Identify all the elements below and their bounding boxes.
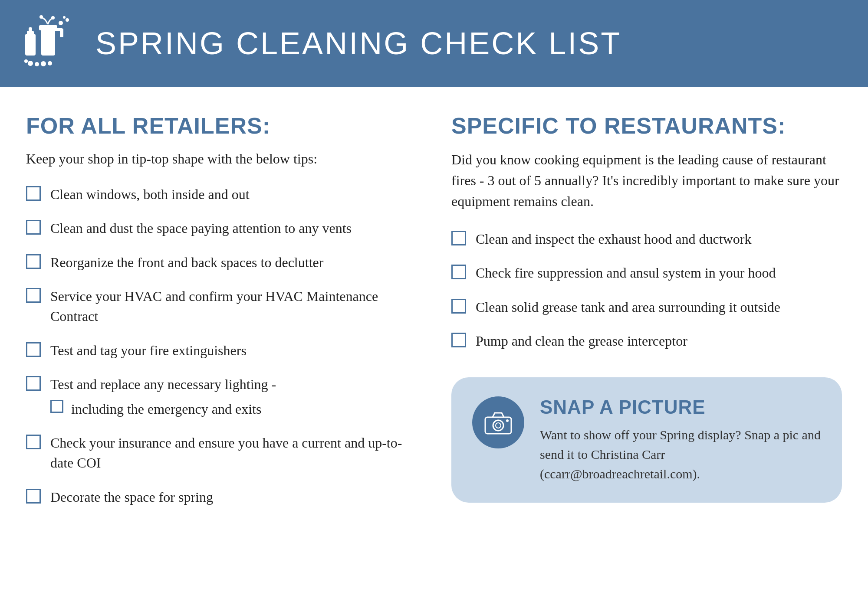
restaurants-section-title: SPECIFIC TO RESTAURANTS: [451,113,842,139]
restaurants-intro: Did you know cooking equipment is the le… [451,149,842,212]
item-text-grease-tank: Clean solid grease tank and area surroun… [476,297,842,317]
checkbox-exhaust[interactable] [451,231,466,245]
list-item: Check fire suppression and ansul system … [451,263,842,283]
snap-content: SNAP A PICTURE Want to show off your Spr… [540,396,821,484]
page-title: SPRING CLEANING CHECK LIST [95,26,621,61]
list-item: Service your HVAC and confirm your HVAC … [26,286,417,327]
svg-point-12 [59,21,63,25]
list-item: Test and tag your fire extinguishers [26,340,417,360]
list-item: Decorate the space for spring [26,487,417,507]
item-text-insurance: Check your insurance and ensure you have… [50,433,417,473]
svg-rect-4 [25,34,36,56]
list-item: Pump and clean the grease interceptor [451,331,842,351]
list-item: Reorganize the front and back spaces to … [26,252,417,272]
restaurants-checklist: Clean and inspect the exhaust hood and d… [451,229,842,351]
retailers-intro: Keep your shop in tip-top shape with the… [26,149,417,169]
svg-point-14 [63,16,66,19]
checkbox-insurance[interactable] [26,435,41,449]
lighting-sub-item: including the emergency and exits [50,399,417,419]
svg-rect-0 [41,27,55,56]
list-item: Clean solid grease tank and area surroun… [451,297,842,317]
main-content: FOR ALL RETAILERS: Keep your shop in tip… [0,87,868,592]
item-text-extinguishers: Test and tag your fire extinguishers [50,340,417,360]
list-item: Clean and dust the space paying attentio… [26,218,417,238]
item-text-windows: Clean windows, both inside and out [50,184,417,204]
list-item: Clean windows, both inside and out [26,184,417,204]
list-item: Clean and inspect the exhaust hood and d… [451,229,842,249]
checkbox-grease-tank[interactable] [451,299,466,314]
svg-point-11 [24,59,28,63]
right-column: SPECIFIC TO RESTAURANTS: Did you know co… [451,113,842,577]
svg-point-18 [493,420,503,431]
item-text-dust: Clean and dust the space paying attentio… [50,218,417,238]
checkbox-grease-interceptor[interactable] [451,333,466,347]
item-text-fire-suppression: Check fire suppression and ansul system … [476,263,842,283]
svg-point-9 [41,61,46,66]
retailers-checklist: Clean windows, both inside and out Clean… [26,184,417,507]
snap-title: SNAP A PICTURE [540,396,821,418]
item-text-decorate: Decorate the space for spring [50,487,417,507]
checkbox-fire-suppression[interactable] [451,265,466,279]
item-text-hvac: Service your HVAC and confirm your HVAC … [50,286,417,327]
camera-icon-circle [472,396,524,448]
page-header: SPRING CLEANING CHECK LIST [0,0,868,87]
checkbox-extinguishers[interactable] [26,342,41,357]
svg-point-13 [66,18,69,22]
svg-point-8 [35,62,39,66]
svg-rect-6 [29,27,32,33]
item-text-grease-interceptor: Pump and clean the grease interceptor [476,331,842,351]
checkbox-hvac[interactable] [26,288,41,303]
snap-text: Want to show off your Spring display? Sn… [540,425,821,484]
camera-icon [483,409,513,435]
svg-point-20 [506,419,509,422]
item-text-reorganize: Reorganize the front and back spaces to … [50,252,417,272]
checkbox-lighting[interactable] [26,376,41,391]
header-icon [17,12,78,75]
checkbox-decorate[interactable] [26,489,41,504]
checkbox-dust[interactable] [26,220,41,235]
checkbox-lighting-sub[interactable] [50,400,63,413]
svg-point-10 [48,61,52,65]
svg-point-19 [496,423,501,428]
retailers-section-title: FOR ALL RETAILERS: [26,113,417,139]
item-text-lighting: Test and replace any necessary lighting … [50,374,417,419]
svg-point-16 [51,16,55,20]
checkbox-windows[interactable] [26,186,41,201]
svg-rect-3 [60,29,63,37]
snap-picture-box: SNAP A PICTURE Want to show off your Spr… [451,377,842,503]
list-item: Check your insurance and ensure you have… [26,433,417,473]
item-text-exhaust: Clean and inspect the exhaust hood and d… [476,229,842,249]
checkbox-reorganize[interactable] [26,254,41,269]
svg-point-15 [39,15,43,19]
list-item: Test and replace any necessary lighting … [26,374,417,419]
svg-point-7 [28,61,33,66]
left-column: FOR ALL RETAILERS: Keep your shop in tip… [26,113,417,577]
item-text-lighting-sub: including the emergency and exits [71,399,261,419]
